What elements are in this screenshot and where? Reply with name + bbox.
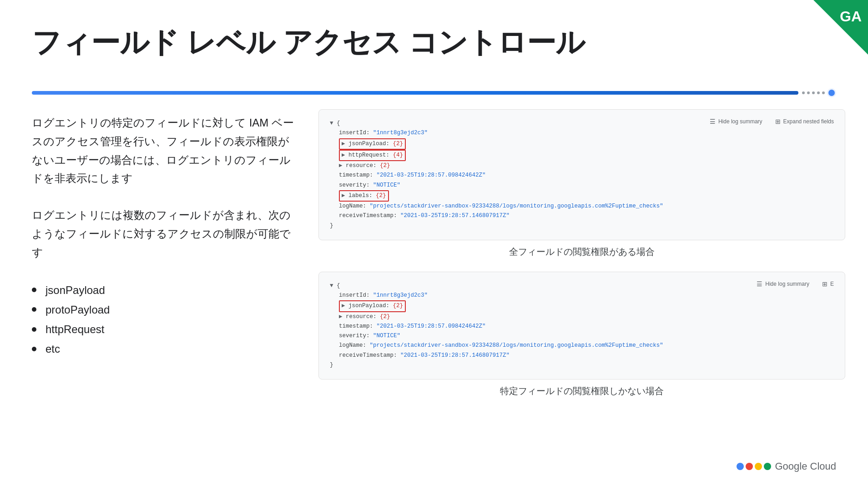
log-line: }	[330, 221, 834, 231]
bullet-dot	[32, 288, 36, 292]
expand-icon-1: ⊞	[775, 118, 781, 125]
logo-dot-green	[764, 463, 771, 470]
logo-dot-red	[746, 463, 753, 470]
log-line: ▶ jsonPayload: {2}	[330, 300, 834, 312]
left-content: ログエントリの特定のフィールドに対して IAM ベースのアクセス管理を行い、フィ…	[32, 114, 296, 359]
list-item-label: etc	[45, 339, 60, 359]
log-line: logName: "projects/stackdriver-sandbox-9…	[330, 202, 834, 211]
progress-dot-5	[822, 91, 825, 94]
list-item-label: protoPayload	[45, 300, 110, 319]
log-line: timestamp: "2021-03-25T19:28:57.09842464…	[330, 322, 834, 331]
panel1-wrapper: ☰ Hide log summary ⊞ Expand nested field…	[318, 109, 845, 258]
list-item-label: jsonPayload	[45, 280, 105, 300]
description-para1: ログエントリの特定のフィールドに対して IAM ベースのアクセス管理を行い、フィ…	[32, 114, 296, 188]
description-para2: ログエントリには複数のフィールドが含まれ、次のようなフィールドに対するアクセスの…	[32, 206, 296, 262]
hide-log-summary-btn-1[interactable]: ☰ Hide log summary	[706, 116, 766, 127]
bullet-dot	[32, 327, 36, 332]
list-item: httpRequest	[32, 319, 296, 339]
log-line: logName: "projects/stackdriver-sandbox-9…	[330, 341, 834, 350]
expand-icon-2: ⊞	[822, 280, 828, 288]
log-line: }	[330, 360, 834, 370]
expand-nested-fields-btn-1[interactable]: ⊞ Expand nested fields	[772, 116, 838, 127]
progress-dot-4	[817, 91, 820, 94]
google-cloud-text: Google Cloud	[775, 461, 836, 472]
progress-dot-1	[802, 91, 805, 94]
list-item-label: httpRequest	[45, 319, 104, 339]
panel1-caption: 全フィールドの閲覧権限がある場合	[318, 246, 845, 258]
log-line: timestamp: "2021-03-25T19:28:57.09842464…	[330, 171, 834, 180]
progress-bar	[32, 91, 836, 95]
log-line: insertId: "1nnrt8g3ejd2c3"	[330, 291, 834, 300]
panel2-header: ☰ Hide log summary ⊞ E	[753, 278, 838, 289]
page-title: フィールド レベル アクセス コントロール	[32, 23, 585, 62]
log-line: receiveTimestamp: "2021-03-25T19:28:57.1…	[330, 211, 834, 221]
list-item: protoPayload	[32, 300, 296, 319]
bullet-dot	[32, 347, 36, 351]
hide-log-summary-label-2: Hide log summary	[765, 281, 809, 287]
progress-dot-2	[807, 91, 810, 94]
logo-dot-blue	[737, 463, 744, 470]
expand-nested-fields-btn-2[interactable]: ⊞ E	[818, 278, 838, 289]
log-panel-1: ☰ Hide log summary ⊞ Expand nested field…	[318, 109, 845, 240]
progress-dot-3	[812, 91, 815, 94]
log-line: ▶ resource: {2}	[330, 161, 834, 171]
ga-label: GA	[840, 8, 862, 25]
google-cloud-logo: Google Cloud	[737, 461, 836, 472]
log-line: insertId: "1nnrt8g3ejd2c3"	[330, 128, 834, 138]
bullet-dot	[32, 307, 36, 312]
log-panel-2: ☰ Hide log summary ⊞ E ▼ { insertId: "1n…	[318, 272, 845, 380]
list-item: jsonPayload	[32, 280, 296, 300]
log-line: severity: "NOTICE"	[330, 181, 834, 190]
progress-fill	[32, 91, 798, 95]
expand-nested-label-1: Expand nested fields	[783, 118, 834, 125]
right-content: ☰ Hide log summary ⊞ Expand nested field…	[318, 109, 845, 397]
logo-dot-yellow	[755, 463, 762, 470]
summary-icon-1: ☰	[710, 118, 716, 125]
panel1-header: ☰ Hide log summary ⊞ Expand nested field…	[706, 116, 838, 127]
log-line: receiveTimestamp: "2021-03-25T19:28:57.1…	[330, 351, 834, 360]
log-line: severity: "NOTICE"	[330, 331, 834, 341]
log-line: ▶ jsonPayload: {2}	[330, 138, 834, 150]
log-line: ▶ resource: {2}	[330, 312, 834, 322]
list-item: etc	[32, 339, 296, 359]
log-line: ▶ httpRequest: {4}	[330, 150, 834, 161]
panel2-wrapper: ☰ Hide log summary ⊞ E ▼ { insertId: "1n…	[318, 272, 845, 397]
summary-icon-2: ☰	[757, 280, 762, 288]
progress-dots	[802, 88, 836, 97]
hide-log-summary-label-1: Hide log summary	[718, 118, 762, 125]
logo-dots	[737, 463, 771, 470]
panel2-caption: 特定フィールドの閲覧権限しかない場合	[318, 385, 845, 397]
hide-log-summary-btn-2[interactable]: ☰ Hide log summary	[753, 278, 813, 289]
bullet-list: jsonPayload protoPayload httpRequest etc	[32, 280, 296, 359]
expand-nested-label-2: E	[830, 281, 834, 287]
progress-dot-active	[827, 88, 836, 97]
log-line: ▶ labels: {2}	[330, 190, 834, 202]
